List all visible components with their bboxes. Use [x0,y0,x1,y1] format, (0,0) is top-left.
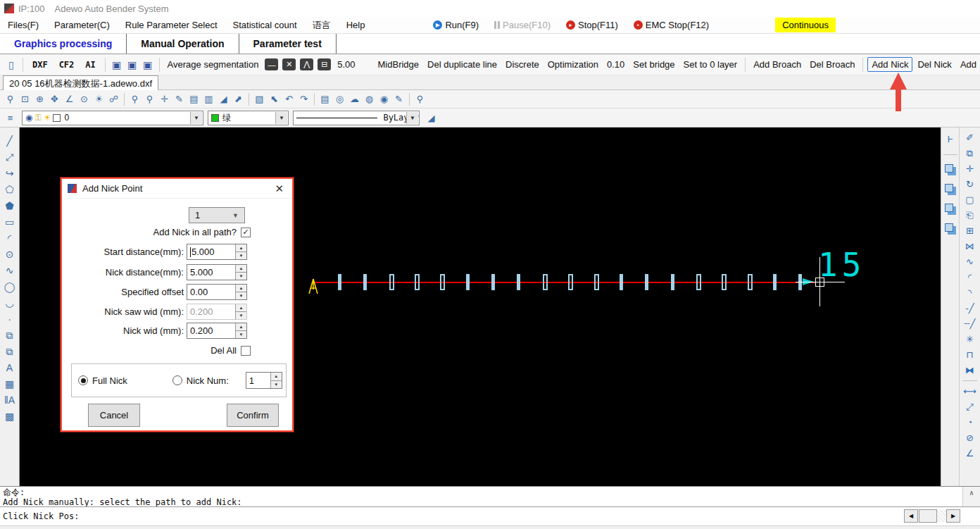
arrange-2-icon[interactable] [945,184,953,192]
fillet2-icon[interactable]: ◝ [962,285,979,300]
pencil-icon[interactable]: ✎ [391,92,406,106]
menu-rule-parameter-select[interactable]: Rule Parameter Select [118,18,225,32]
discrete-button[interactable]: Discrete [502,57,543,72]
color-dropdown-arrow[interactable]: ▼ [275,112,287,124]
circle-check-icon[interactable]: ◎ [332,92,347,106]
command-history[interactable]: 命令: Add Nick manually: select the path t… [0,486,980,506]
document-tab[interactable]: 20 05 16机器检测数据-1.adewo.dxf [3,75,158,90]
menu-files-f[interactable]: Files(F) [0,18,46,32]
block-copy-tool-icon[interactable]: ⧉ [1,328,18,343]
pick-icon[interactable]: ⬉ [267,92,282,106]
image-tool-icon[interactable]: ▦ [1,376,18,392]
segment-length-icon[interactable]: ⊟ [318,58,331,70]
brush-icon[interactable]: ◢ [216,92,231,106]
stop-button[interactable]: ▸ Stop(F11) [560,18,624,32]
ruler-icon[interactable]: ▤ [318,92,332,106]
scroll-up-icon[interactable]: ∧ [969,488,974,498]
layer-combobox[interactable]: ◉ ⚿ ☀ 0 ▼ [22,111,203,125]
vertical-text-tool-icon[interactable]: ‖A [1,392,18,408]
midbridge-button[interactable]: MidBridge [375,57,423,72]
cloud-icon[interactable]: ☁ [347,92,362,106]
set-to-0-layer-button[interactable]: Set to 0 layer [680,57,741,72]
scroll-right-icon[interactable]: ▶ [946,509,960,523]
zoom-prev-icon[interactable]: ⚲ [127,92,142,106]
command-input[interactable]: Click Nick Pos: [0,506,980,525]
export-icon[interactable]: ⬈ [231,92,246,106]
offset-icon[interactable]: ⎗ [962,208,979,223]
dialog-titlebar[interactable]: Add Nick Point ✕ [62,179,292,199]
linetype-dropdown-arrow[interactable]: ▼ [406,112,418,124]
menu-help[interactable]: Help [339,18,373,32]
nick-num-option[interactable]: Nick Num: [172,375,229,386]
dim-line-tool-icon[interactable]: ⤢ [1,149,18,165]
ai-button[interactable]: AI [80,58,100,72]
palette-icon[interactable]: ▤ [187,92,201,106]
comment-icon[interactable]: ◍ [362,92,377,106]
pen-icon[interactable]: ✎ [172,92,187,106]
nick-num-field[interactable]: 1 ▲▼ [246,372,282,389]
spin-down-icon[interactable]: ▼ [236,292,246,299]
add-broach-button[interactable]: Add Broach [750,57,805,72]
redo-icon[interactable]: ↷ [296,92,311,106]
match-props-icon[interactable]: Ⱶ [942,132,959,147]
rect-open-icon[interactable]: ⊓ [962,347,979,362]
scrollbar-thumb[interactable] [919,509,937,523]
erase-icon[interactable]: ✐ [962,130,979,145]
rectangle-tool-icon[interactable]: ▭ [1,214,18,230]
ellipse-arc-tool-icon[interactable]: ◡ [1,295,18,311]
spinner-buttons[interactable]: ▲▼ [235,265,246,280]
menu-语言[interactable]: 语言 [305,18,339,32]
lamp-icon[interactable]: ☀ [92,92,106,106]
save-icon[interactable]: ▣ [110,58,124,72]
linetype-combobox[interactable]: ByLayer ▼ [293,111,420,125]
save-all-icon[interactable]: ▣ [141,58,155,72]
undo-icon[interactable]: ↶ [282,92,296,106]
continuous-mode-badge[interactable]: Continuous [775,18,836,32]
globe-icon[interactable]: ◉ [377,92,391,106]
zoom-window-icon[interactable]: ⊡ [18,92,32,106]
arc-tool-icon[interactable]: ◜ [1,230,18,246]
del-all-checkbox[interactable] [241,346,251,356]
zoom-scale-icon[interactable]: ⚲ [142,92,157,106]
specified-offset-field[interactable]: 0.00▲▼ [187,284,247,300]
scroll-left-icon[interactable]: ◀ [904,509,918,523]
arrange-1-icon[interactable] [945,164,953,173]
tab-parameter-test[interactable]: Parameter test [239,34,337,54]
tab-manual-operation[interactable]: Manual Operation [127,34,239,54]
set-bridge-button[interactable]: Set bridge [629,57,678,72]
dim-diameter-icon[interactable]: ⊘ [962,430,979,445]
menu-parameter-c[interactable]: Parameter(C) [46,18,118,32]
ucs-axis-icon[interactable]: ∠ [62,92,77,106]
pentagon-tool-icon[interactable]: ⬟ [1,198,18,213]
average-segmentation-button[interactable]: Average segmentation [164,57,263,72]
arrange-3-icon[interactable] [945,204,953,212]
full-nick-option[interactable]: Full Nick [78,375,127,386]
command-horizontal-scrollbar[interactable]: ◀ ▶ [904,509,960,523]
dxf-button[interactable]: DXF [27,58,53,72]
cancel-button[interactable]: Cancel [88,404,140,427]
polyline-tool-icon[interactable]: ↪ [1,166,18,181]
layer-dropdown-arrow[interactable]: ▼ [190,112,202,124]
zoom-extents-icon[interactable]: ⊕ [32,92,47,106]
segment-angle-icon[interactable]: ⋀ [300,58,313,70]
new-file-icon[interactable]: ▯ [4,58,18,72]
all-path-checkbox[interactable]: ✓ [241,228,251,237]
circle-tool-icon[interactable]: ⊙ [1,247,18,262]
explode-icon[interactable]: ✳ [962,332,979,347]
spinner-buttons[interactable]: ▲▼ [235,285,246,299]
arrange-4-icon[interactable] [945,223,953,232]
spline-tool-icon[interactable]: ∿ [1,263,18,278]
color-combobox[interactable]: 绿 ▼ [208,111,289,125]
del-duplicate-line-button[interactable]: Del duplicate line [424,57,501,72]
del-broach-button[interactable]: Del Broach [806,57,858,72]
move-crosshair-icon[interactable]: ✛ [157,92,172,106]
zoom-in-icon[interactable]: ⚲ [3,92,18,106]
point-tool-icon[interactable]: · [1,311,18,327]
layer-stack-icon[interactable]: ▥ [201,92,216,106]
confirm-button[interactable]: Confirm [227,404,279,427]
layers-icon[interactable]: ≡ [3,111,18,125]
0-10-button[interactable]: 0.10 [603,57,628,72]
tab-graphics-processing[interactable]: Graphics processing [0,34,127,54]
dim-aligned-icon[interactable]: ⤢ [962,399,979,414]
select-rect-icon[interactable]: ▢ [962,192,979,207]
